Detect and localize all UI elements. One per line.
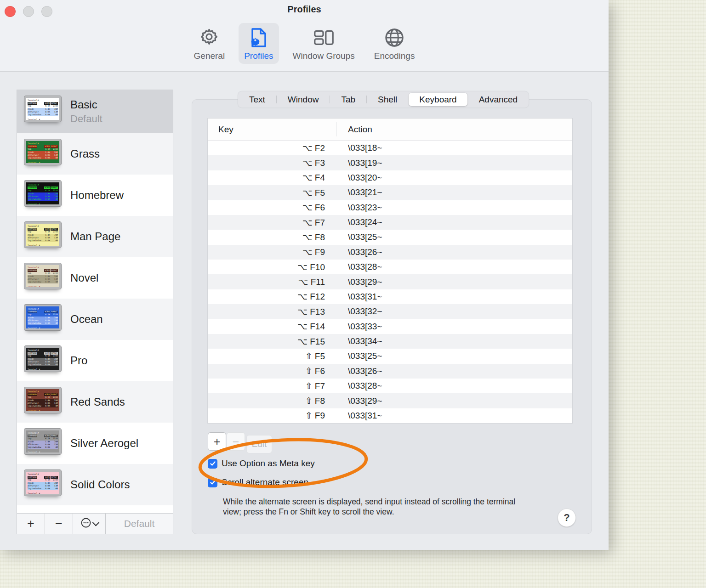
scroll-alternate-screen-row: Scroll alternate screen — [208, 477, 308, 487]
help-button[interactable]: ? — [558, 509, 576, 527]
table-row[interactable]: ⇧ F8 \033[29~ — [208, 393, 572, 408]
profile-list: Terminal#COMMAND%CPURPRVTtop4.1%231KXcod… — [17, 90, 173, 514]
toolbar-item-general[interactable]: General — [188, 23, 231, 64]
profile-row-basic[interactable]: Terminal#COMMAND%CPURPRVTtop4.1%231KXcod… — [17, 90, 173, 133]
tab-divider — [366, 96, 367, 103]
profile-row-novel[interactable]: Terminal#COMMAND%CPURPRVTtop4.1%231KXcod… — [17, 257, 173, 299]
add-key-button[interactable]: + — [208, 432, 226, 451]
profile-thumbnail: Terminal#COMMAND%CPURPRVTtop4.1%231KXcod… — [24, 429, 61, 454]
preferences-window: Profiles General Profiles Window Groups … — [0, 0, 609, 550]
toolbar-item-encodings[interactable]: Encodings — [369, 23, 421, 64]
table-row[interactable]: ⌥ F12 \033[31~ — [208, 289, 572, 304]
profile-document-icon — [248, 26, 269, 49]
window-title: Profiles — [0, 4, 609, 15]
table-row[interactable]: ⌥ F8 \033[25~ — [208, 230, 572, 244]
action-column-header: Action — [336, 124, 372, 135]
tab-window[interactable]: Window — [277, 93, 330, 106]
default-button[interactable]: Default — [106, 514, 173, 534]
table-row[interactable]: ⌥ F10 \033[28~ — [208, 260, 572, 274]
key-column-header: Key — [208, 124, 336, 135]
profile-row-grass[interactable]: Terminal#COMMAND%CPURPRVTtop4.1%231KXcod… — [17, 133, 173, 175]
tab-text[interactable]: Text — [239, 93, 276, 106]
checkmark-icon — [210, 460, 216, 467]
tab-shell[interactable]: Shell — [367, 93, 408, 106]
profile-row-ocean[interactable]: Terminal#COMMAND%CPURPRVTtop4.1%231KXcod… — [17, 299, 173, 340]
ellipsis-circle-icon — [80, 517, 91, 530]
profile-row-man-page[interactable]: Terminal#COMMAND%CPURPRVTtop4.1%231KXcod… — [17, 216, 173, 257]
profile-row-silver-aerogel[interactable]: Terminal#COMMAND%CPURPRVTtop4.1%231KXcod… — [17, 423, 173, 464]
profile-thumbnail: Terminal#COMMAND%CPURPRVTtop4.1%231KXcod… — [24, 96, 61, 122]
profile-list-actions: + − Default — [17, 513, 173, 534]
table-row[interactable]: ⌥ F11 \033[29~ — [208, 274, 572, 289]
table-row[interactable]: ⇧ F5 \033[25~ — [208, 349, 572, 363]
table-row[interactable]: ⌥ F3 \033[19~ — [208, 155, 572, 170]
profile-thumbnail: Terminal#COMMAND%CPURPRVTtop4.1%231KXcod… — [24, 346, 61, 372]
table-row[interactable]: ⌥ F13 \033[32~ — [208, 304, 572, 319]
tab-advanced[interactable]: Advanced — [468, 93, 529, 106]
profile-tabs: TextWindowTabShellKeyboardAdvanced — [238, 91, 529, 108]
tab-divider — [276, 96, 277, 103]
table-row[interactable]: ⌥ F4 \033[20~ — [208, 170, 572, 185]
profile-list-panel: Terminal#COMMAND%CPURPRVTtop4.1%231KXcod… — [17, 90, 173, 534]
profile-thumbnail: Terminal#COMMAND%CPURPRVTtop4.1%231KXcod… — [24, 222, 61, 248]
table-row[interactable]: ⌥ F15 \033[34~ — [208, 334, 572, 349]
window-groups-icon — [312, 26, 335, 49]
table-header: Key Action — [208, 119, 572, 141]
profile-row-pro[interactable]: Terminal#COMMAND%CPURPRVTtop4.1%231KXcod… — [17, 340, 173, 381]
table-row[interactable]: ⌥ F9 \033[26~ — [208, 245, 572, 260]
tab-divider — [330, 96, 330, 103]
profile-thumbnail: Terminal#COMMAND%CPURPRVTtop4.1%231KXcod… — [24, 470, 61, 496]
titlebar-toolbar: Profiles General Profiles Window Groups … — [0, 0, 609, 72]
profile-thumbnail: Terminal#COMMAND%CPURPRVTtop4.1%231KXcod… — [24, 387, 61, 413]
table-body: ⌥ F2 \033[18~ ⌥ F3 \033[19~ ⌥ F4 \033[20… — [208, 141, 572, 423]
alternate-screen-explainer: While the alternate screen is displayed,… — [223, 497, 529, 517]
tab-tab[interactable]: Tab — [330, 93, 366, 106]
chevron-down-icon — [92, 519, 99, 526]
profile-row-red-sands[interactable]: Terminal#COMMAND%CPURPRVTtop4.1%231KXcod… — [17, 381, 173, 423]
table-row[interactable]: ⌥ F14 \033[33~ — [208, 319, 572, 334]
gear-icon — [198, 26, 220, 49]
use-option-as-meta-label: Use Option as Meta key — [222, 458, 315, 469]
edit-key-button[interactable]: Edit — [246, 435, 272, 453]
toolbar: General Profiles Window Groups Encodings — [0, 23, 609, 64]
table-row[interactable]: ⌥ F6 \033[23~ — [208, 200, 572, 215]
profile-thumbnail: Terminal#COMMAND%CPURPRVTtop4.1%231KXcod… — [24, 139, 61, 165]
table-row[interactable]: ⌥ F5 \033[21~ — [208, 185, 572, 200]
checkmark-icon — [210, 479, 216, 486]
profile-thumbnail: Terminal#COMMAND%CPURPRVTtop4.1%231KXcod… — [24, 305, 61, 330]
table-row[interactable]: ⇧ F6 \033[26~ — [208, 364, 572, 379]
profile-actions-menu-button[interactable] — [73, 514, 106, 534]
add-profile-button[interactable]: + — [17, 514, 45, 534]
table-row[interactable]: ⇧ F9 \033[31~ — [208, 408, 572, 423]
column-divider[interactable] — [336, 122, 336, 136]
profile-row-homebrew[interactable]: Terminal#COMMAND%CPURPRVTtop4.1%231KXcod… — [17, 175, 173, 216]
globe-icon — [383, 26, 405, 49]
toolbar-item-window-groups[interactable]: Window Groups — [287, 23, 360, 64]
table-row[interactable]: ⇧ F7 \033[28~ — [208, 379, 572, 393]
table-row[interactable]: ⌥ F7 \033[24~ — [208, 215, 572, 230]
tab-keyboard[interactable]: Keyboard — [409, 93, 467, 106]
scroll-alternate-screen-label: Scroll alternate screen — [222, 477, 308, 487]
remove-key-button[interactable]: − — [227, 432, 245, 451]
table-row[interactable]: ⌥ F2 \033[18~ — [208, 141, 572, 155]
profile-thumbnail: Terminal#COMMAND%CPURPRVTtop4.1%231KXcod… — [24, 263, 61, 289]
scroll-alternate-screen-checkbox[interactable] — [208, 478, 217, 487]
toolbar-item-profiles[interactable]: Profiles — [239, 23, 279, 64]
profile-row-solid-colors[interactable]: Terminal#COMMAND%CPURPRVTtop4.1%231KXcod… — [17, 464, 173, 505]
use-option-as-meta-row: Use Option as Meta key — [208, 458, 315, 469]
remove-profile-button[interactable]: − — [45, 514, 73, 534]
key-mapping-table: Key Action ⌥ F2 \033[18~ ⌥ F3 \033[19~ ⌥… — [208, 119, 572, 423]
use-option-as-meta-checkbox[interactable] — [208, 459, 217, 469]
profile-thumbnail: Terminal#COMMAND%CPURPRVTtop4.1%231KXcod… — [24, 181, 61, 206]
